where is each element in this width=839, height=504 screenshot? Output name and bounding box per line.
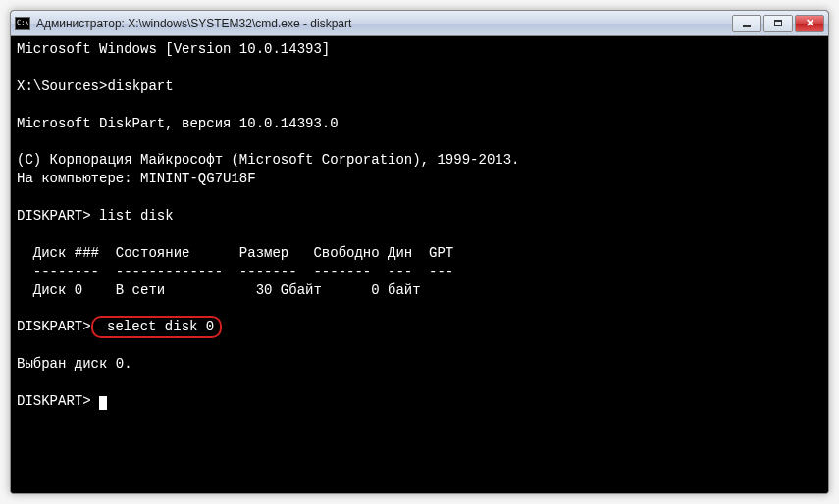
output-line: Выбран диск 0.	[17, 356, 132, 372]
terminal-output[interactable]: Microsoft Windows [Version 10.0.14393] X…	[11, 36, 828, 493]
close-button[interactable]: ✕	[795, 15, 824, 32]
titlebar[interactable]: Администратор: X:\windows\SYSTEM32\cmd.e…	[11, 11, 828, 36]
close-icon: ✕	[806, 18, 814, 28]
cursor	[99, 396, 107, 410]
output-line: Microsoft DiskPart, версия 10.0.14393.0	[17, 116, 339, 131]
table-row: Диск 0 В сети 30 Gбайт 0 байт	[17, 282, 421, 298]
command: list disk	[91, 208, 174, 224]
table-header: Диск ### Состояние Размер Свободно Дин G…	[17, 245, 453, 261]
minimize-button[interactable]	[732, 15, 761, 32]
output-line: (C) Корпорация Майкрософт (Microsoft Cor…	[17, 152, 519, 168]
prompt: X:\Sources>	[17, 78, 107, 94]
window-controls: ✕	[732, 15, 824, 32]
maximize-button[interactable]	[763, 15, 793, 32]
output-line: Microsoft Windows [Version 10.0.14393]	[17, 41, 330, 57]
cmd-icon	[15, 17, 30, 30]
command	[91, 393, 99, 409]
prompt: DISKPART>	[17, 319, 91, 334]
command: diskpart	[107, 78, 173, 94]
maximize-icon	[774, 20, 782, 26]
cmd-window: Администратор: X:\windows\SYSTEM32\cmd.e…	[10, 10, 829, 494]
minimize-icon	[743, 25, 751, 27]
table-divider: -------- ------------- ------- ------- -…	[17, 264, 453, 279]
prompt: DISKPART>	[17, 393, 91, 409]
highlighted-command: select disk 0	[91, 316, 223, 338]
prompt: DISKPART>	[17, 208, 91, 224]
window-title: Администратор: X:\windows\SYSTEM32\cmd.e…	[36, 17, 732, 30]
output-line: На компьютере: MININT-QG7U18F	[17, 171, 256, 186]
